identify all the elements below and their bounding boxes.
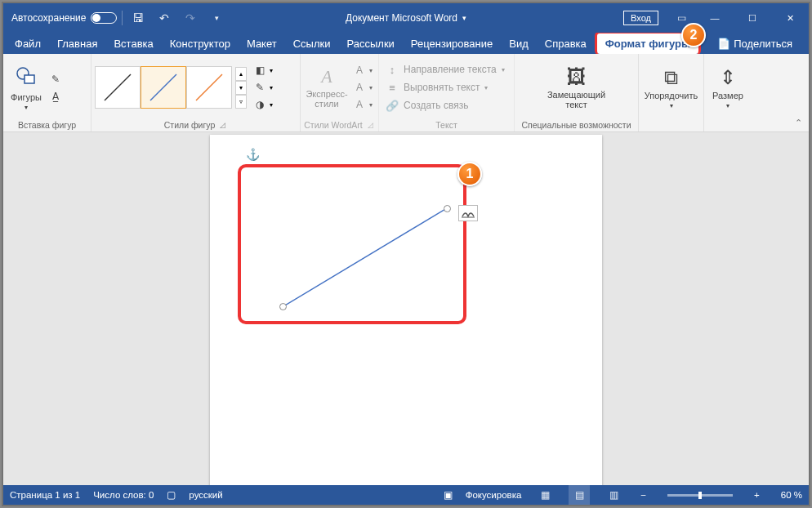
svg-line-3 (150, 74, 176, 100)
zoom-slider[interactable] (667, 494, 733, 497)
line-shape[interactable] (283, 208, 447, 306)
tab-references[interactable]: Ссылки (285, 33, 339, 54)
align-text-icon: ≡ (386, 82, 399, 94)
shape-handle-end[interactable] (444, 205, 451, 212)
size-label: Размер (712, 91, 743, 100)
shape-fill-icon[interactable]: ◧ (252, 62, 268, 78)
document-area[interactable]: ⚓ (3, 132, 809, 485)
document-title: Документ Microsoft Word (346, 12, 457, 24)
signin-button[interactable]: Вход (623, 11, 658, 25)
tab-mailings[interactable]: Рассылки (338, 33, 402, 54)
undo-icon[interactable]: ↶ (154, 11, 175, 25)
collapse-ribbon-icon[interactable]: ⌃ (795, 118, 802, 128)
autosave-label: Автосохранение (11, 12, 86, 24)
tab-view[interactable]: Вид (501, 33, 537, 54)
text-direction-icon: ↕ (386, 64, 399, 76)
group-accessibility: 🖼 Замещающий текст Специальные возможнос… (515, 54, 639, 131)
close-button[interactable]: ✕ (771, 3, 809, 33)
zoom-out-button[interactable]: − (637, 490, 649, 500)
group-wordart-label: Стили WordArt (304, 120, 362, 130)
svg-line-4 (196, 74, 222, 100)
anchor-icon[interactable]: ⚓ (246, 148, 260, 161)
save-icon[interactable]: 🖫 (127, 11, 149, 25)
size-icon: ⇕ (720, 66, 736, 89)
group-accessibility-label: Специальные возможности (521, 120, 631, 130)
focus-icon[interactable]: ▣ (444, 489, 453, 501)
style-swatch-3[interactable] (186, 66, 232, 109)
align-text-button: ≡Выровнять текст▾ (382, 78, 491, 96)
autosave-toggle[interactable] (91, 12, 117, 24)
size-button[interactable]: ⇕ Размер ▾ (707, 57, 748, 118)
app-window: Автосохранение 🖫 ↶ ↷ ▾ Документ Microsof… (3, 3, 809, 505)
gallery-down-icon[interactable]: ▾ (235, 81, 247, 95)
zoom-in-button[interactable]: + (751, 490, 763, 500)
view-print-icon[interactable]: ▤ (569, 485, 590, 505)
status-words[interactable]: Число слов: 0 (93, 490, 154, 500)
link-icon: 🔗 (386, 100, 399, 112)
group-shape-styles: ▴ ▾ ▿ ◧▾ ✎▾ ◑▾ Стили фигур◿ (91, 54, 301, 131)
share-icon: 📄 (717, 38, 730, 50)
shape-styles-launcher[interactable]: ◿ (218, 121, 227, 129)
redo-icon[interactable]: ↷ (180, 11, 201, 25)
zoom-level[interactable]: 60 % (781, 490, 802, 500)
group-arrange: ⧉ Упорядочить ▾ (639, 54, 704, 131)
shape-effects-icon[interactable]: ◑ (252, 96, 268, 113)
create-link-button: 🔗Создать связь (382, 96, 471, 114)
edit-shape-icon[interactable]: ✎ (47, 71, 64, 87)
style-swatch-2[interactable] (141, 66, 186, 109)
ribbon: Фигуры ▾ ✎ A̲ Вставка фигур ▴ ▾ (3, 54, 809, 132)
wordart-launcher[interactable]: ◿ (366, 121, 375, 129)
status-language[interactable]: русский (189, 490, 222, 500)
view-read-icon[interactable]: ▦ (534, 485, 555, 505)
gallery-up-icon[interactable]: ▴ (235, 67, 247, 81)
group-size: ⇕ Размер ▾ (704, 54, 752, 131)
tab-file[interactable]: Файл (7, 33, 49, 54)
arrange-button[interactable]: ⧉ Упорядочить ▾ (643, 57, 700, 118)
annotation-badge-1: 1 (457, 162, 482, 186)
layout-options-button[interactable] (458, 205, 478, 221)
text-outline-icon: A (351, 79, 368, 96)
annotation-badge-2: 2 (681, 23, 706, 47)
svg-line-2 (105, 74, 131, 100)
alt-text-icon: 🖼 (567, 65, 587, 88)
tab-insert[interactable]: Вставка (105, 33, 161, 54)
maximize-button[interactable]: ☐ (734, 3, 771, 33)
page[interactable]: ⚓ (210, 135, 602, 485)
status-page[interactable]: Страница 1 из 1 (10, 490, 80, 500)
view-web-icon[interactable]: ▥ (603, 485, 624, 505)
qat-customize-icon[interactable]: ▾ (206, 14, 227, 22)
gallery-more-icon[interactable]: ▿ (235, 95, 247, 109)
tab-help[interactable]: Справка (537, 33, 595, 54)
ribbon-display-icon[interactable]: ▭ (667, 12, 696, 24)
group-wordart: A Экспресс- стили A▾ A▾ A▾ Стили WordArt… (301, 54, 379, 131)
quick-styles-button: A Экспресс- стили (304, 57, 350, 118)
tab-home[interactable]: Главная (49, 33, 105, 54)
svg-line-5 (283, 208, 447, 306)
group-insert-shapes-label: Вставка фигур (18, 120, 76, 130)
shape-outline-icon[interactable]: ✎ (252, 79, 268, 96)
group-text: ↕Направление текста▾ ≡Выровнять текст▾ 🔗… (379, 54, 515, 131)
alt-text-label: Замещающий текст (547, 90, 605, 109)
shape-handle-start[interactable] (279, 303, 287, 310)
group-insert-shapes: Фигуры ▾ ✎ A̲ Вставка фигур (3, 54, 91, 131)
quick-styles-label: Экспресс- стили (306, 89, 347, 109)
style-swatch-1[interactable] (95, 66, 141, 109)
text-box-icon[interactable]: A̲ (47, 88, 64, 105)
arrange-icon: ⧉ (664, 66, 678, 89)
spellcheck-icon[interactable]: ▢ (167, 489, 176, 501)
status-focus[interactable]: Фокусировка (466, 490, 522, 500)
tab-layout[interactable]: Макет (239, 33, 285, 54)
shapes-label: Фигуры (11, 92, 42, 102)
quick-styles-icon: A (321, 66, 332, 87)
shapes-button[interactable]: Фигуры ▾ (7, 57, 46, 118)
tab-share[interactable]: 📄 Поделиться (709, 33, 801, 54)
statusbar: Страница 1 из 1 Число слов: 0 ▢ русский … (3, 485, 809, 505)
shapes-icon (16, 65, 37, 91)
tab-design[interactable]: Конструктор (162, 33, 239, 54)
alt-text-button[interactable]: 🖼 Замещающий текст (540, 57, 613, 118)
arrange-label: Упорядочить (645, 91, 698, 100)
title-dropdown-icon[interactable]: ▾ (462, 14, 466, 22)
tab-review[interactable]: Рецензирование (403, 33, 501, 54)
shape-style-gallery[interactable] (95, 66, 232, 109)
group-text-label: Текст (435, 120, 457, 130)
